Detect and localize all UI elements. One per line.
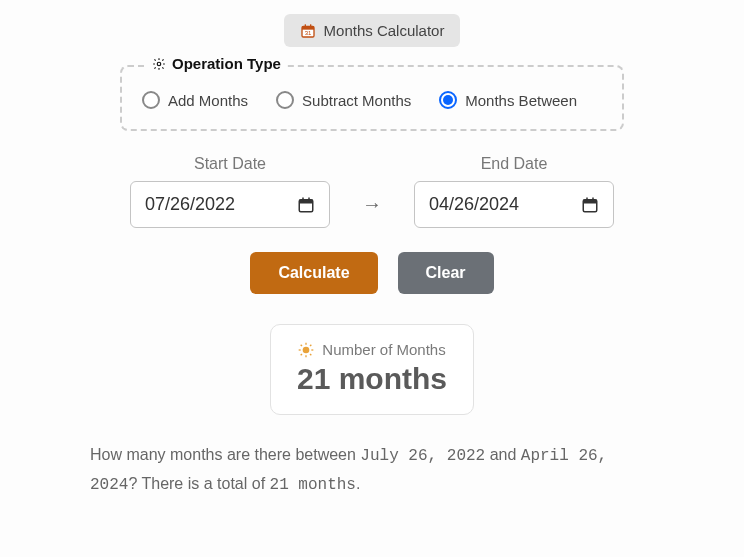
svg-rect-9 [308, 197, 310, 201]
app-title-badge: 31 Months Calculator [284, 14, 461, 47]
start-date-label: Start Date [130, 155, 330, 173]
svg-point-14 [303, 346, 310, 353]
svg-point-5 [157, 62, 161, 66]
svg-line-19 [301, 344, 302, 345]
summary-total: 21 months [270, 476, 356, 494]
operation-type-legend: Operation Type [146, 55, 287, 72]
svg-line-20 [310, 354, 311, 355]
end-date-value: 04/26/2024 [429, 194, 519, 215]
svg-rect-1 [302, 26, 314, 29]
radio-add-months[interactable]: Add Months [142, 91, 248, 109]
radio-label: Subtract Months [302, 92, 411, 109]
calendar-picker-icon [581, 196, 599, 214]
calendar-icon: 31 [300, 23, 316, 39]
svg-text:31: 31 [304, 30, 311, 36]
svg-line-21 [301, 354, 302, 355]
radio-months-between[interactable]: Months Between [439, 91, 577, 109]
start-date-input[interactable]: 07/26/2022 [130, 181, 330, 228]
radio-label: Months Between [465, 92, 577, 109]
result-value: 21 months [297, 362, 447, 396]
result-title: Number of Months [322, 341, 445, 358]
svg-rect-13 [592, 197, 594, 201]
radio-indicator [142, 91, 160, 109]
end-date-input[interactable]: 04/26/2024 [414, 181, 614, 228]
radio-subtract-months[interactable]: Subtract Months [276, 91, 411, 109]
sun-icon [298, 342, 314, 358]
start-date-value: 07/26/2022 [145, 194, 235, 215]
summary-text: How many months are there between July 2… [90, 441, 654, 499]
calendar-picker-icon [297, 196, 315, 214]
app-title: Months Calculator [324, 22, 445, 39]
svg-rect-8 [302, 197, 304, 201]
gear-icon [152, 57, 166, 71]
svg-rect-7 [299, 199, 313, 203]
arrow-right-icon: → [362, 193, 382, 228]
svg-rect-12 [586, 197, 588, 201]
clear-button[interactable]: Clear [398, 252, 494, 294]
result-card: Number of Months 21 months [270, 324, 474, 415]
operation-type-group: Operation Type Add Months Subtract Month… [120, 65, 624, 131]
calculate-button[interactable]: Calculate [250, 252, 377, 294]
radio-indicator [439, 91, 457, 109]
radio-label: Add Months [168, 92, 248, 109]
radio-indicator [276, 91, 294, 109]
end-date-label: End Date [414, 155, 614, 173]
svg-rect-11 [583, 199, 597, 203]
svg-line-22 [310, 344, 311, 345]
summary-date-1: July 26, 2022 [360, 447, 485, 465]
svg-rect-3 [310, 24, 311, 27]
svg-rect-2 [304, 24, 305, 27]
